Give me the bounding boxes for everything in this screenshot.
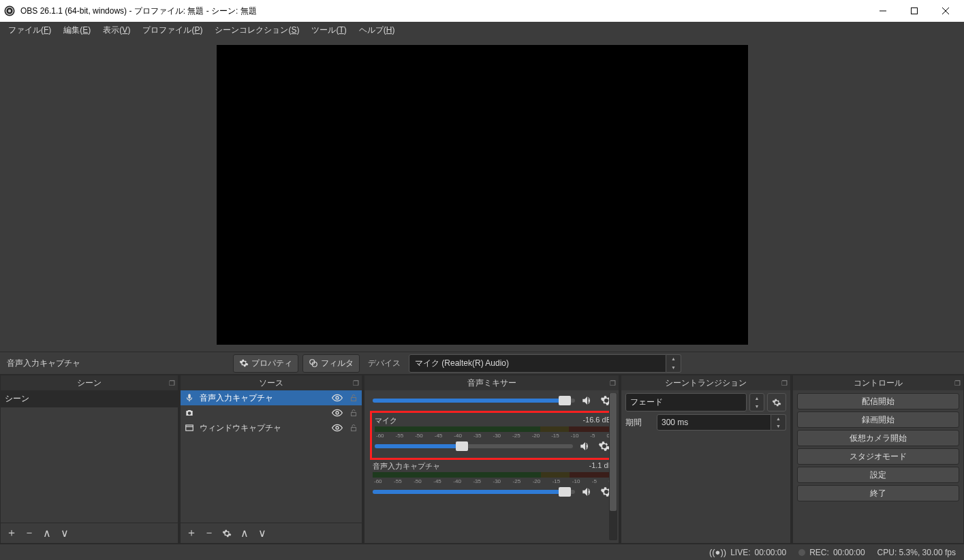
source-row[interactable]: 音声入力キャプチャ: [181, 390, 362, 405]
popout-icon[interactable]: ❐: [353, 379, 359, 387]
control-button[interactable]: 録画開始: [797, 411, 959, 428]
svg-rect-16: [352, 428, 356, 431]
transition-settings-button[interactable]: [767, 393, 786, 411]
device-select-spinner[interactable]: ▲▼: [666, 354, 681, 373]
transitions-dock-title: シーントランジション: [665, 377, 747, 389]
source-label: 音声入力キャプチャ: [200, 392, 326, 404]
menubar: ファイル(F)編集(E)表示(V)プロファイル(P)シーンコレクション(S)ツー…: [0, 22, 964, 38]
source-label: ウィンドウキャプチャ: [200, 422, 326, 434]
control-button[interactable]: 設定: [797, 467, 959, 483]
status-cpu: CPU: 5.3%, 30.00 fps: [877, 548, 956, 557]
filters-button-label: フィルタ: [321, 358, 354, 369]
add-source-button[interactable]: ＋: [185, 527, 198, 540]
scenes-list[interactable]: シーン: [1, 390, 178, 523]
visibility-toggle[interactable]: [330, 407, 344, 418]
source-row[interactable]: ウィンドウキャプチャ: [181, 420, 362, 435]
control-button[interactable]: 終了: [797, 485, 959, 501]
properties-button[interactable]: プロパティ: [233, 354, 298, 373]
record-dot-icon: [798, 549, 805, 556]
control-button[interactable]: 配信開始: [797, 393, 959, 409]
transitions-dock: シーントランジション ❐ フェード ▲▼ 期間 300 ms ▲▼: [621, 375, 791, 544]
window-icon: [183, 423, 196, 433]
preview-canvas[interactable]: [217, 45, 748, 345]
duration-label: 期間: [625, 417, 653, 429]
popout-icon[interactable]: ❐: [610, 379, 616, 387]
volume-slider[interactable]: [373, 490, 575, 494]
duration-value: 300 ms: [657, 414, 771, 431]
minimize-button[interactable]: [867, 0, 899, 22]
menu-v[interactable]: 表示(V): [97, 23, 136, 37]
lock-toggle[interactable]: [348, 424, 359, 432]
transitions-dock-header: シーントランジション ❐: [621, 375, 790, 390]
mixer-scrollbar-thumb[interactable]: [610, 393, 617, 511]
filter-icon: [309, 358, 318, 368]
remove-scene-button[interactable]: －: [22, 527, 36, 540]
popout-icon[interactable]: ❐: [954, 379, 961, 387]
transition-type-spinner[interactable]: ▲▼: [749, 393, 764, 411]
mixer-body: マイク-16.6 dB-60-55-50-45-40-35-30-25-20-1…: [364, 390, 619, 543]
scenes-dock-header: シーン ❐: [1, 375, 178, 390]
maximize-button[interactable]: [899, 0, 930, 22]
move-source-down-button[interactable]: ∨: [255, 527, 269, 540]
move-scene-down-button[interactable]: ∨: [58, 527, 72, 540]
add-scene-button[interactable]: ＋: [5, 527, 18, 540]
camera-icon: [183, 408, 196, 418]
move-scene-up-button[interactable]: ∧: [40, 527, 54, 540]
visibility-toggle[interactable]: [330, 392, 344, 403]
popout-icon[interactable]: ❐: [169, 379, 175, 387]
lock-toggle[interactable]: [348, 409, 359, 417]
transition-type-select[interactable]: フェード: [625, 393, 747, 411]
slider-thumb[interactable]: [559, 396, 571, 405]
source-settings-button[interactable]: [220, 527, 234, 540]
mic-icon: [183, 393, 196, 403]
control-button[interactable]: スタジオモード: [797, 448, 959, 465]
svg-rect-4: [912, 8, 918, 14]
channel-db: -16.6 dB: [582, 416, 611, 426]
slider-thumb[interactable]: [456, 441, 468, 451]
source-row[interactable]: [181, 405, 362, 420]
speaker-icon[interactable]: [578, 440, 592, 452]
visibility-toggle[interactable]: [330, 422, 344, 433]
mixer-channel: マイク-16.6 dB-60-55-50-45-40-35-30-25-20-1…: [373, 414, 612, 456]
mixer-channel: 音声入力キャプチャ-1.1 dB-60-55-50-45-40-35-30-25…: [371, 460, 615, 502]
scenes-dock-title: シーン: [77, 377, 102, 389]
sources-dock-header: ソース ❐: [181, 375, 362, 390]
lock-toggle[interactable]: [348, 394, 359, 402]
volume-slider[interactable]: [375, 444, 573, 448]
gear-icon: [239, 358, 249, 368]
menu-h[interactable]: ヘルプ(H): [354, 23, 401, 37]
menu-e[interactable]: 編集(E): [58, 23, 96, 37]
obs-logo-icon: [3, 4, 16, 18]
control-button[interactable]: 仮想カメラ開始: [797, 430, 959, 446]
device-select[interactable]: マイク (Realtek(R) Audio) ▲▼: [409, 354, 681, 373]
svg-rect-10: [352, 398, 356, 401]
mixer-scrollbar[interactable]: [609, 393, 617, 540]
slider-thumb[interactable]: [559, 487, 571, 497]
meter-ticks: -60-55-50-45-40-35-30-25-20-15-10-50: [373, 478, 613, 485]
menu-s[interactable]: シーンコレクション(S): [209, 23, 305, 37]
menu-f[interactable]: ファイル(F): [3, 23, 57, 37]
sources-list[interactable]: 音声入力キャプチャウィンドウキャプチャ: [181, 390, 362, 523]
remove-source-button[interactable]: －: [202, 527, 216, 540]
transition-type-value: フェード: [630, 396, 663, 408]
properties-button-label: プロパティ: [251, 358, 292, 369]
close-button[interactable]: [930, 0, 961, 22]
selected-source-label: 音声入力キャプチャ: [4, 358, 229, 369]
mixer-channel: [371, 393, 615, 411]
svg-rect-12: [352, 413, 356, 416]
mixer-dock-header: 音声ミキサー ❐: [364, 375, 619, 390]
speaker-icon[interactable]: [580, 486, 594, 498]
duration-input[interactable]: 300 ms ▲▼: [657, 414, 786, 431]
menu-p[interactable]: プロファイル(P): [137, 23, 208, 37]
move-source-up-button[interactable]: ∧: [238, 527, 251, 540]
sources-toolbar: ＋ － ∧ ∨: [181, 523, 362, 543]
filters-button[interactable]: フィルタ: [302, 354, 360, 373]
menu-t[interactable]: ツール(T): [306, 23, 352, 37]
popout-icon[interactable]: ❐: [781, 379, 788, 387]
volume-slider[interactable]: [373, 399, 575, 403]
scene-item[interactable]: シーン: [1, 390, 178, 407]
volume-meter: [373, 472, 613, 478]
duration-spinner[interactable]: ▲▼: [771, 414, 786, 431]
speaker-icon[interactable]: [580, 394, 594, 407]
window-title: OBS 26.1.1 (64-bit, windows) - プロファイル: 無…: [20, 5, 867, 17]
